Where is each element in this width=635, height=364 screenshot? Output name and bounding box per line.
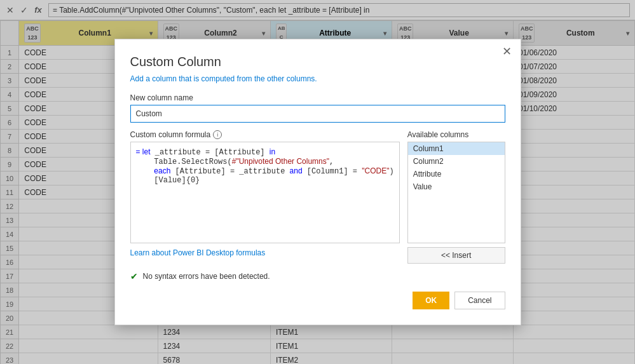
subtitle-that: that bbox=[179, 74, 191, 83]
formula-label: Custom column formula bbox=[130, 130, 211, 139]
available-col-column2[interactable]: Column2 bbox=[408, 155, 505, 168]
cancel-button[interactable]: Cancel bbox=[454, 292, 505, 309]
check-syntax-icon: ✔ bbox=[130, 271, 138, 281]
modal-subtitle: Add a column that is computed from the o… bbox=[130, 74, 505, 83]
modal-footer: OK Cancel bbox=[130, 292, 505, 309]
formula-code[interactable]: = let _attribute = [Attribute] in Table.… bbox=[130, 142, 400, 243]
custom-column-modal: ✕ Custom Column Add a column that is com… bbox=[114, 39, 521, 325]
available-col-attribute[interactable]: Attribute bbox=[408, 168, 505, 180]
formula-section: Custom column formula i = let _attribute… bbox=[130, 130, 505, 264]
syntax-row: ✔ No syntax errors have been detected. bbox=[130, 271, 505, 281]
learn-link[interactable]: Learn about Power BI Desktop formulas bbox=[130, 248, 266, 257]
modal-close-button[interactable]: ✕ bbox=[502, 46, 512, 57]
available-cols-label: Available columns bbox=[407, 130, 505, 139]
ok-button[interactable]: OK bbox=[413, 292, 449, 309]
subtitle-after: is computed from the other columns. bbox=[191, 74, 317, 83]
subtitle-before: Add a column bbox=[130, 74, 179, 83]
formula-right: Available columns Column1 Column2 Attrib… bbox=[407, 130, 505, 264]
available-col-column1[interactable]: Column1 bbox=[408, 142, 505, 155]
col-name-label: New column name bbox=[130, 93, 505, 102]
formula-left: Custom column formula i = let _attribute… bbox=[130, 130, 400, 264]
insert-button[interactable]: << Insert bbox=[407, 247, 505, 264]
formula-label-row: Custom column formula i bbox=[130, 130, 400, 139]
info-icon[interactable]: i bbox=[213, 130, 222, 139]
modal-overlay: ✕ Custom Column Add a column that is com… bbox=[0, 0, 635, 364]
syntax-message: No syntax errors have been detected. bbox=[143, 272, 270, 281]
modal-title: Custom Column bbox=[130, 55, 505, 69]
col-name-input[interactable] bbox=[130, 105, 505, 123]
available-cols-list: Column1 Column2 Attribute Value bbox=[407, 142, 505, 243]
available-col-value[interactable]: Value bbox=[408, 180, 505, 193]
